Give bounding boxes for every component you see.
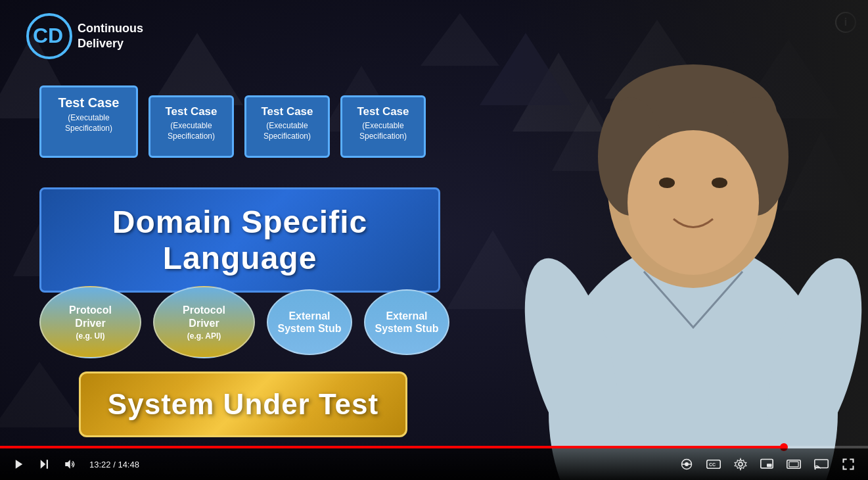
test-cases-row: Test Case (ExecutableSpecification) Test… <box>39 85 426 158</box>
oval-sub-1: (e.g. UI) <box>76 331 105 341</box>
settings-icon <box>734 458 747 471</box>
subtitles-icon <box>680 458 693 470</box>
sut-banner: System Under Test <box>79 372 407 437</box>
oval-title-3: ExternalSystem Stub <box>278 310 342 335</box>
miniplayer-button[interactable] <box>758 456 776 473</box>
oval-title-2: ProtocolDriver <box>183 304 225 329</box>
cc-button[interactable]: CC <box>704 456 723 473</box>
dsl-label: Domain Specific Language <box>112 204 367 276</box>
svg-text:CC: CC <box>709 462 716 467</box>
svg-marker-32 <box>41 460 46 469</box>
presenter-figure <box>499 32 868 480</box>
settings-button[interactable] <box>731 455 750 473</box>
skip-icon <box>38 458 50 470</box>
svg-point-28 <box>712 178 727 188</box>
video-player: i CD Continuous Delivery Test Case (Exec… <box>0 0 868 480</box>
theater-button[interactable] <box>784 456 804 473</box>
oval-title-1: ProtocolDriver <box>69 304 112 329</box>
oval-external-stub-2: ExternalSystem Stub <box>364 289 449 355</box>
subtitles-button[interactable] <box>677 456 696 473</box>
test-case-box-4: Test Case (ExecutableSpecification) <box>340 95 426 158</box>
test-case-sub-3: (ExecutableSpecification) <box>257 121 317 141</box>
time-display: 13:22 / 14:48 <box>89 460 139 469</box>
time-current: 13:22 <box>89 460 111 469</box>
svg-rect-43 <box>767 464 772 467</box>
test-case-sub-4: (ExecutableSpecification) <box>353 121 413 141</box>
skip-button[interactable] <box>35 456 53 473</box>
test-case-box-1: Test Case (ExecutableSpecification) <box>39 85 138 158</box>
test-case-sub-2: (ExecutableSpecification) <box>161 121 221 141</box>
oval-protocol-driver-2: ProtocolDriver (e.g. API) <box>153 286 255 358</box>
controls-bar: 13:22 / 14:48 CC <box>0 448 868 480</box>
diagram-area: Test Case (ExecutableSpecification) Test… <box>0 0 499 480</box>
sut-label: System Under Test <box>108 388 378 420</box>
oval-external-stub-1: ExternalSystem Stub <box>267 289 352 355</box>
svg-point-41 <box>739 462 742 466</box>
ovals-row: ProtocolDriver (e.g. UI) ProtocolDriver … <box>39 286 449 358</box>
miniplayer-icon <box>760 458 773 470</box>
theater-icon <box>787 458 801 470</box>
oval-sub-2: (e.g. API) <box>187 331 221 341</box>
volume-icon <box>63 458 76 470</box>
test-case-sub-1: (ExecutableSpecification) <box>52 113 126 133</box>
cc-icon: CC <box>706 458 721 470</box>
test-case-box-3: Test Case (ExecutableSpecification) <box>244 95 330 158</box>
svg-point-47 <box>814 468 815 469</box>
fullscreen-button[interactable] <box>839 455 857 473</box>
time-total: 14:48 <box>118 460 139 469</box>
oval-title-4: ExternalSystem Stub <box>375 310 439 335</box>
presenter-area <box>499 0 868 480</box>
svg-rect-45 <box>789 462 798 467</box>
svg-point-26 <box>628 130 759 275</box>
test-case-title-2: Test Case <box>161 105 221 118</box>
cast-button[interactable] <box>811 456 831 473</box>
cast-icon <box>814 458 829 470</box>
oval-protocol-driver-1: ProtocolDriver (e.g. UI) <box>39 286 141 358</box>
volume-button[interactable] <box>60 456 79 473</box>
test-case-box-2: Test Case (ExecutableSpecification) <box>148 95 234 158</box>
test-case-title-4: Test Case <box>353 105 413 118</box>
svg-marker-34 <box>65 460 70 469</box>
test-case-title-1: Test Case <box>52 95 126 110</box>
dsl-banner: Domain Specific Language <box>39 187 440 293</box>
test-case-title-3: Test Case <box>257 105 317 118</box>
svg-point-36 <box>685 462 689 466</box>
svg-rect-33 <box>47 460 48 469</box>
svg-marker-31 <box>16 460 23 469</box>
play-icon <box>13 458 25 470</box>
svg-point-27 <box>659 178 675 188</box>
play-button[interactable] <box>11 456 28 473</box>
fullscreen-icon <box>842 458 855 471</box>
